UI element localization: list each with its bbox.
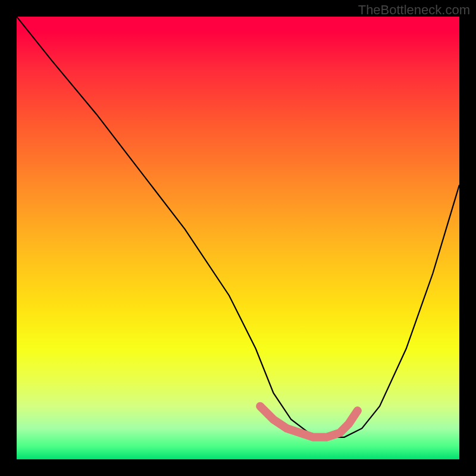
watermark-text: TheBottleneck.com: [358, 2, 470, 18]
chart-overlay: [17, 17, 459, 459]
optimal-band: [260, 406, 358, 437]
bottleneck-chart: [17, 17, 459, 459]
curve-line: [17, 17, 459, 437]
